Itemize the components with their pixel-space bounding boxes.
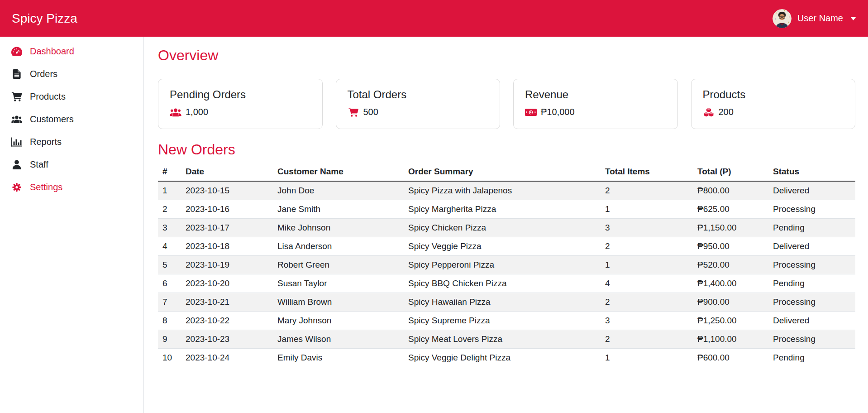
column-header: Total Items (601, 164, 693, 181)
cell-date: 2023-10-23 (181, 330, 273, 349)
table-row: 52023-10-19Robert GreenSpicy Pepperoni P… (158, 256, 855, 274)
cell-status: Pending (768, 274, 855, 293)
cell-summary: Spicy Veggie Delight Pizza (404, 349, 601, 367)
cell-customer: Emily Davis (273, 349, 404, 367)
cell-total: ₱1,400.00 (693, 274, 768, 293)
orders-table: #DateCustomer NameOrder SummaryTotal Ite… (158, 164, 855, 367)
stat-card-products: Products 200 (691, 79, 856, 129)
column-header: Status (768, 164, 855, 181)
cell-num: 3 (158, 219, 181, 237)
brand-title[interactable]: Spicy Pizza (12, 11, 77, 26)
table-row: 42023-10-18Lisa AndersonSpicy Veggie Piz… (158, 237, 855, 256)
sidebar-item-settings[interactable]: Settings (0, 176, 143, 198)
cell-total: ₱1,150.00 (693, 219, 768, 237)
table-row: 102023-10-24Emily DavisSpicy Veggie Deli… (158, 349, 855, 367)
table-row: 62023-10-20Susan TaylorSpicy BBQ Chicken… (158, 274, 855, 293)
file-icon (11, 69, 22, 79)
cell-items: 2 (601, 293, 693, 312)
cell-customer: Susan Taylor (273, 274, 404, 293)
cell-summary: Spicy Supreme Pizza (404, 312, 601, 330)
cell-num: 2 (158, 200, 181, 219)
table-row: 32023-10-17Mike JohnsonSpicy Chicken Piz… (158, 219, 855, 237)
cell-num: 10 (158, 349, 181, 367)
cell-status: Processing (768, 293, 855, 312)
cell-items: 4 (601, 274, 693, 293)
top-navbar: Spicy Pizza (0, 0, 868, 37)
cell-summary: Spicy Hawaiian Pizza (404, 293, 601, 312)
money-bill-icon (525, 108, 537, 117)
cell-customer: Robert Green (273, 256, 404, 274)
sidebar-item-dashboard[interactable]: Dashboard (0, 40, 143, 62)
cell-items: 2 (601, 237, 693, 256)
cell-num: 1 (158, 181, 181, 200)
chart-bar-icon (11, 137, 22, 147)
column-header: Order Summary (404, 164, 601, 181)
cell-summary: Spicy Margherita Pizza (404, 200, 601, 219)
cell-items: 1 (601, 349, 693, 367)
orders-table-header-row: #DateCustomer NameOrder SummaryTotal Ite… (158, 164, 855, 181)
cell-date: 2023-10-18 (181, 237, 273, 256)
cell-date: 2023-10-19 (181, 256, 273, 274)
cell-summary: Spicy BBQ Chicken Pizza (404, 274, 601, 293)
cell-date: 2023-10-16 (181, 200, 273, 219)
cell-status: Delivered (768, 181, 855, 200)
cell-total: ₱1,250.00 (693, 312, 768, 330)
cell-items: 1 (601, 200, 693, 219)
cell-status: Processing (768, 256, 855, 274)
cell-num: 7 (158, 293, 181, 312)
sidebar-item-orders[interactable]: Orders (0, 62, 143, 85)
cubes-icon (703, 108, 715, 117)
cell-customer: Lisa Anderson (273, 237, 404, 256)
table-row: 82023-10-22Mary JohnsonSpicy Supreme Piz… (158, 312, 855, 330)
cell-items: 3 (601, 219, 693, 237)
cell-status: Delivered (768, 312, 855, 330)
cell-total: ₱800.00 (693, 181, 768, 200)
sidebar-item-customers[interactable]: Customers (0, 108, 143, 130)
cell-num: 8 (158, 312, 181, 330)
dashboard-icon (11, 47, 22, 56)
cell-summary: Spicy Meat Lovers Pizza (404, 330, 601, 349)
table-row: 72023-10-21William BrownSpicy Hawaiian P… (158, 293, 855, 312)
user-menu[interactable]: User Name (773, 9, 856, 28)
cell-total: ₱950.00 (693, 237, 768, 256)
cell-items: 3 (601, 312, 693, 330)
sidebar-item-staff[interactable]: Staff (0, 153, 143, 176)
cell-total: ₱1,100.00 (693, 330, 768, 349)
cell-customer: Mike Johnson (273, 219, 404, 237)
column-header: Total (₱) (693, 164, 768, 181)
table-row: 22023-10-16Jane SmithSpicy Margherita Pi… (158, 200, 855, 219)
stat-card-pending-orders: Pending Orders 1,000 (158, 79, 323, 129)
gear-icon (11, 182, 22, 192)
cell-total: ₱520.00 (693, 256, 768, 274)
cell-customer: Mary Johnson (273, 312, 404, 330)
user-avatar (773, 9, 792, 28)
cell-items: 2 (601, 181, 693, 200)
orders-table-body: 12023-10-15John DoeSpicy Pizza with Jala… (158, 181, 855, 367)
new-orders-title: New Orders (158, 142, 855, 158)
users-icon (170, 108, 181, 117)
cell-total: ₱625.00 (693, 200, 768, 219)
stat-cards: Pending Orders 1,000 Total Orders 500 Re… (158, 79, 855, 129)
cart-icon (11, 92, 22, 101)
cell-num: 9 (158, 330, 181, 349)
cell-total: ₱900.00 (693, 293, 768, 312)
cell-num: 5 (158, 256, 181, 274)
sidebar-nav: Dashboard Orders Products Customers Repo… (0, 37, 144, 413)
cell-status: Processing (768, 200, 855, 219)
column-header: Customer Name (273, 164, 404, 181)
users-icon (11, 115, 22, 124)
cart-icon (348, 108, 359, 117)
sidebar-item-products[interactable]: Products (0, 85, 143, 108)
cell-summary: Spicy Pepperoni Pizza (404, 256, 601, 274)
cell-date: 2023-10-17 (181, 219, 273, 237)
overview-title: Overview (158, 48, 855, 63)
column-header: Date (181, 164, 273, 181)
stat-card-total-orders: Total Orders 500 (336, 79, 501, 129)
cell-customer: John Doe (273, 181, 404, 200)
sidebar-item-reports[interactable]: Reports (0, 130, 143, 153)
main-content: Overview Pending Orders 1,000 Total Orde… (144, 37, 868, 413)
cell-date: 2023-10-21 (181, 293, 273, 312)
table-row: 12023-10-15John DoeSpicy Pizza with Jala… (158, 181, 855, 200)
cell-summary: Spicy Veggie Pizza (404, 237, 601, 256)
cell-total: ₱600.00 (693, 349, 768, 367)
